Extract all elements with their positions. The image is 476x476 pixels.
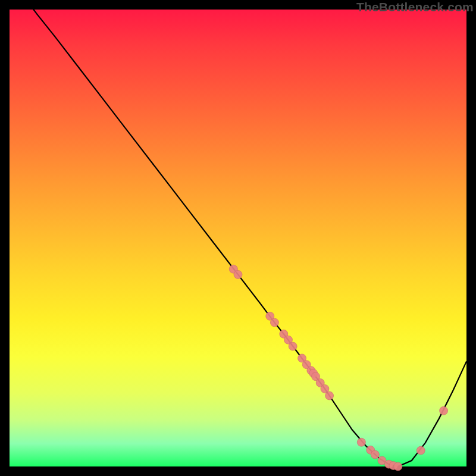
data-marker xyxy=(394,462,402,471)
watermark-text: TheBottleneck.com xyxy=(356,0,474,14)
data-marker xyxy=(270,318,278,327)
data-marker xyxy=(289,342,297,350)
curve-layer xyxy=(10,0,466,466)
markers-layer xyxy=(229,265,447,471)
chart-frame xyxy=(10,10,466,466)
data-marker xyxy=(371,450,379,459)
data-marker xyxy=(234,270,242,278)
data-marker xyxy=(325,392,334,400)
plot-area xyxy=(10,10,466,466)
data-marker xyxy=(357,438,365,446)
data-marker xyxy=(440,406,448,415)
chart-svg xyxy=(10,10,466,466)
data-marker xyxy=(416,446,425,455)
bottleneck-curve xyxy=(10,0,466,466)
